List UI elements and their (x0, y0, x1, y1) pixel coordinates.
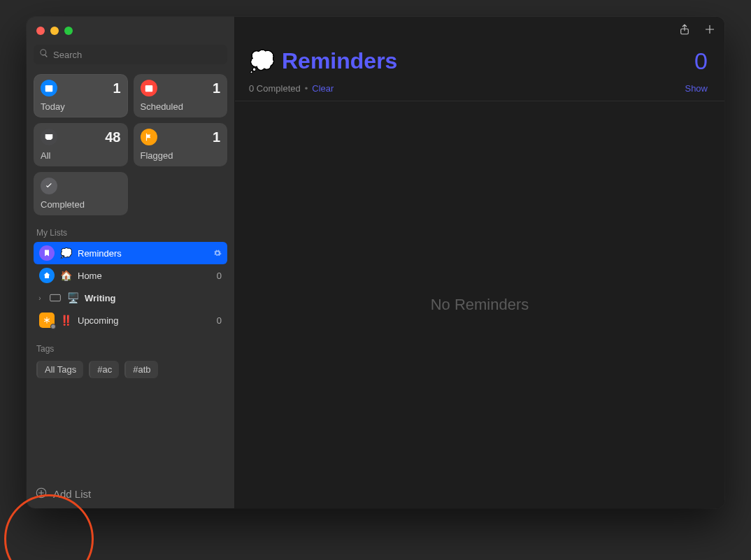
minimize-window-button[interactable] (50, 27, 59, 35)
list-name: Reminders (78, 248, 199, 259)
add-list-label: Add List (53, 488, 91, 500)
svg-rect-3 (50, 294, 61, 301)
completed-row: 0 Completed • Clear Show (235, 79, 724, 101)
close-window-button[interactable] (36, 27, 45, 35)
share-icon[interactable] (678, 23, 691, 38)
smart-completed[interactable]: Completed (34, 172, 128, 215)
list-count: 0 (217, 315, 222, 326)
smart-flagged[interactable]: 1 Flagged (134, 123, 228, 166)
list-title: Reminders (282, 48, 397, 74)
title-row: 💭 Reminders 0 (235, 45, 724, 79)
plus-icon[interactable] (703, 23, 716, 38)
list-item-upcoming[interactable]: ‼️ Upcoming 0 (34, 309, 227, 331)
list-item-reminders[interactable]: 💭 Reminders (34, 242, 227, 264)
toolbar (235, 17, 724, 45)
search-field[interactable] (34, 45, 227, 64)
title-emoji: 💭 (249, 49, 275, 73)
smart-completed-label: Completed (41, 199, 121, 210)
folder-icon (49, 293, 62, 303)
check-icon (41, 178, 57, 194)
smart-today-label: Today (41, 101, 121, 112)
add-list-button[interactable]: Add List (35, 487, 91, 501)
bookmark-icon (39, 245, 55, 261)
list-name: Writing (85, 293, 216, 303)
smart-scheduled-count: 1 (213, 80, 220, 96)
flag-icon (141, 129, 157, 145)
house-icon (39, 268, 55, 283)
plus-circle-icon (35, 487, 48, 501)
svg-rect-2 (145, 85, 152, 92)
empty-state: No Reminders (235, 101, 724, 508)
list-emoji: 🖥️ (67, 292, 79, 303)
tag-all[interactable]: All Tags (36, 361, 83, 378)
chevron-right-icon[interactable]: › (36, 294, 43, 302)
search-input[interactable] (53, 50, 222, 60)
completed-count-text: 0 Completed (249, 83, 301, 94)
window-controls (34, 24, 227, 45)
tags-header: Tags (36, 344, 224, 354)
tray-icon (41, 129, 57, 145)
list-item-home[interactable]: 🏠 Home 0 (34, 264, 227, 287)
list-item-writing[interactable]: › 🖥️ Writing (34, 287, 227, 309)
list-emoji: ‼️ (60, 315, 72, 326)
tag-chip[interactable]: #atb (124, 361, 157, 378)
main-panel: 💭 Reminders 0 0 Completed • Clear Show N… (235, 17, 724, 508)
smart-today[interactable]: 1 Today (34, 74, 128, 117)
smart-flagged-count: 1 (213, 129, 220, 145)
smart-scheduled-label: Scheduled (141, 101, 221, 112)
smart-all[interactable]: 48 All (34, 123, 128, 166)
asterisk-icon (39, 313, 55, 328)
calendar-icon (141, 80, 157, 96)
gear-icon[interactable] (213, 249, 222, 257)
empty-state-text: No Reminders (431, 296, 529, 314)
list-emoji: 🏠 (60, 270, 72, 281)
smart-all-label: All (41, 150, 121, 161)
mylists: 💭 Reminders 🏠 Home 0 › 🖥️ Writing (34, 242, 227, 331)
show-completed-button[interactable]: Show (685, 83, 708, 94)
tag-chip[interactable]: #ac (89, 361, 119, 378)
list-emoji: 💭 (60, 247, 72, 259)
smart-all-count: 48 (105, 129, 120, 145)
list-total-count: 0 (694, 48, 708, 75)
sidebar: 1 Today 1 Scheduled 48 (27, 17, 235, 508)
separator: • (305, 83, 308, 94)
list-count: 0 (217, 271, 222, 281)
smart-scheduled[interactable]: 1 Scheduled (134, 74, 228, 117)
list-name: Home (78, 271, 211, 281)
clear-completed-button[interactable]: Clear (312, 83, 334, 94)
smart-today-count: 1 (113, 80, 120, 96)
smart-lists: 1 Today 1 Scheduled 48 (34, 74, 227, 215)
app-window: 1 Today 1 Scheduled 48 (27, 17, 724, 508)
zoom-window-button[interactable] (64, 27, 73, 35)
list-name: Upcoming (78, 315, 211, 326)
mylists-header: My Lists (36, 228, 224, 238)
search-icon (39, 48, 53, 61)
tags-row: All Tags #ac #atb (34, 358, 227, 381)
smart-flagged-label: Flagged (141, 150, 221, 161)
svg-rect-1 (45, 85, 53, 87)
calendar-icon (41, 80, 57, 96)
